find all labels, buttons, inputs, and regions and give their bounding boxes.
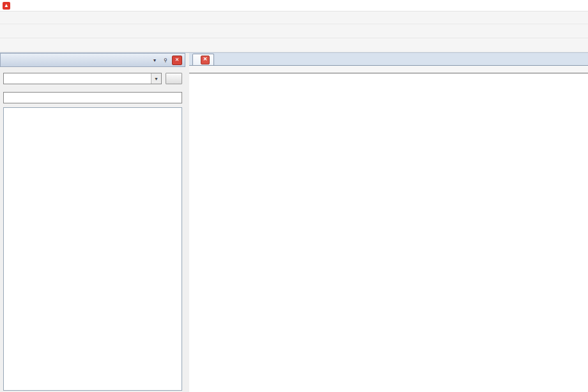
panel-header-buttons: ▾ ⚲ ✕ xyxy=(150,56,182,65)
title-bar: ▲ xyxy=(0,0,588,11)
filter-browse-button[interactable] xyxy=(166,73,182,84)
combobox-chevron-icon[interactable]: ▼ xyxy=(151,73,161,84)
pages-panel: ▾ ⚲ ✕ ▼ xyxy=(0,52,185,392)
pages-panel-header: ▾ ⚲ ✕ xyxy=(0,53,185,67)
panel-pin-icon[interactable]: ⚲ xyxy=(161,56,170,64)
filter-combobox[interactable]: ▼ xyxy=(3,73,162,84)
eplan-window: ▲ ▾ ⚲ ✕ ▼ xyxy=(0,0,588,392)
schematic-drawing xyxy=(189,73,588,392)
app-logo-icon: ▲ xyxy=(3,2,10,10)
panel-menu-chevron-icon[interactable]: ▾ xyxy=(150,56,159,64)
toolbar-row-1 xyxy=(0,24,588,38)
schematic-canvas[interactable] xyxy=(189,73,588,392)
schematic-tab[interactable]: ✕ xyxy=(192,54,214,65)
editor-area: ✕ xyxy=(189,52,588,392)
column-ruler xyxy=(189,66,588,73)
main-content: ▾ ⚲ ✕ ▼ xyxy=(0,52,588,392)
value-input[interactable] xyxy=(3,92,182,103)
panel-close-icon[interactable]: ✕ xyxy=(172,56,182,65)
document-tab-bar: ✕ xyxy=(189,53,588,66)
filter-row: ▼ xyxy=(3,73,182,84)
toolbar-row-2 xyxy=(0,38,588,52)
pages-panel-body: ▼ xyxy=(0,67,185,392)
page-tree xyxy=(3,107,182,391)
tab-close-icon[interactable]: ✕ xyxy=(201,56,210,64)
menu-bar xyxy=(0,11,588,24)
